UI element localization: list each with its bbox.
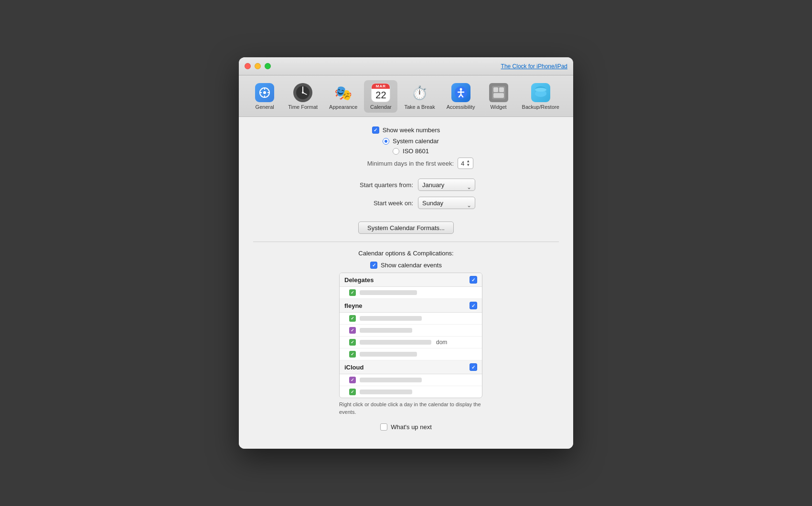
fleyne-4-checkbox[interactable] <box>349 351 356 358</box>
start-week-select-wrapper: Sunday Monday Saturday <box>418 197 475 209</box>
fleyne-3-text <box>360 340 431 345</box>
close-button[interactable] <box>245 63 251 69</box>
system-calendar-radio[interactable] <box>383 138 389 145</box>
fleyne-1-text <box>360 316 422 321</box>
iphone-ipad-link[interactable]: The Clock for iPhone/iPad <box>501 63 567 70</box>
accessibility-label: Accessibility <box>447 104 475 110</box>
system-calendar-label: System calendar <box>393 137 439 145</box>
show-calendar-events-row: Show calendar events <box>370 262 442 269</box>
stepper-down[interactable]: ▼ <box>466 163 470 167</box>
start-week-row: Start week on: Sunday Monday Saturday <box>337 197 475 209</box>
svg-point-1 <box>263 91 266 94</box>
icloud-item-1 <box>340 374 482 386</box>
start-week-label: Start week on: <box>337 200 413 207</box>
minimize-button[interactable] <box>255 63 261 69</box>
fleyne-3-checkbox[interactable] <box>349 339 356 346</box>
widget-icon <box>489 83 508 102</box>
btn-row: System Calendar Formats... <box>253 221 559 234</box>
fleyne-1-checkbox[interactable] <box>349 315 356 322</box>
start-quarters-select[interactable]: January February March <box>418 179 475 191</box>
iso8601-radio[interactable] <box>393 148 399 155</box>
toolbar-item-accessibility[interactable]: Accessibility <box>442 80 480 113</box>
main-window: The Clock for iPhone/iPad General <box>239 57 573 449</box>
delegates-group-header: Delegates <box>340 273 482 287</box>
fleyne-2-checkbox[interactable] <box>349 327 356 334</box>
whats-up-next-label: What's up next <box>391 423 432 431</box>
icloud-1-checkbox[interactable] <box>349 377 356 383</box>
min-days-stepper[interactable]: 4 ▲ ▼ <box>458 158 473 169</box>
icloud-group-checkbox[interactable] <box>470 363 477 371</box>
content-area: Show week numbers System calendar ISO 86… <box>239 117 573 449</box>
takeatbreak-icon: ⏱️ <box>410 83 429 102</box>
fleyne-group-label: fleyne <box>344 302 363 309</box>
titlebar: The Clock for iPhone/iPad <box>239 57 573 75</box>
calendar-label: Calendar <box>370 104 392 110</box>
form-rows: Start quarters from: January February Ma… <box>253 179 559 215</box>
show-week-numbers-label: Show week numbers <box>383 126 440 134</box>
widget-label: Widget <box>490 104 506 110</box>
fleyne-4-text <box>360 352 417 357</box>
whats-up-next-checkbox[interactable] <box>380 423 387 431</box>
icloud-group-label: iCloud <box>344 364 363 371</box>
iso8601-row: ISO 8601 <box>393 148 429 155</box>
section-divider <box>253 242 559 242</box>
min-days-row: Minimum days in the first week: 4 ▲ ▼ <box>367 158 474 169</box>
toolbar-item-widget[interactable]: Widget <box>482 80 515 113</box>
icloud-1-text <box>360 378 422 382</box>
show-calendar-events-label: Show calendar events <box>381 262 442 269</box>
svg-point-25 <box>535 88 546 92</box>
toolbar-item-timeformat[interactable]: Time Format <box>283 80 322 113</box>
svg-rect-18 <box>493 87 498 92</box>
toolbar-item-backup[interactable]: Backup/Restore <box>517 80 564 113</box>
hint-text: Right click or double click a day in the… <box>339 401 482 416</box>
start-week-select[interactable]: Sunday Monday Saturday <box>418 197 475 209</box>
svg-rect-20 <box>493 93 504 98</box>
stepper-arrows: ▲ ▼ <box>466 159 470 167</box>
calendar-icon: MAR 22 <box>371 83 390 102</box>
icloud-2-text <box>360 390 412 394</box>
svg-rect-19 <box>499 87 504 92</box>
icloud-2-checkbox[interactable] <box>349 389 356 395</box>
week-section: Show week numbers System calendar ISO 86… <box>253 126 559 174</box>
fleyne-2-text <box>360 328 412 333</box>
toolbar-item-general[interactable]: General <box>248 80 281 113</box>
delegates-group-checkbox[interactable] <box>470 276 477 284</box>
delegate-1-text <box>360 290 417 295</box>
show-week-numbers-checkbox[interactable] <box>372 126 379 134</box>
start-quarters-label: Start quarters from: <box>337 181 413 189</box>
fleyne-group-header: fleyne <box>340 299 482 313</box>
iso8601-label: ISO 8601 <box>403 148 429 155</box>
toolbar-item-calendar[interactable]: MAR 22 Calendar <box>364 80 397 113</box>
icloud-group-header: iCloud <box>340 360 482 374</box>
icloud-item-2 <box>340 386 482 398</box>
calendar-month: MAR <box>372 84 390 89</box>
maximize-button[interactable] <box>265 63 271 69</box>
calendar-day: 22 <box>375 89 386 102</box>
calendar-list: Delegates fleyne <box>339 273 482 398</box>
delegate-1-checkbox[interactable] <box>349 289 356 296</box>
traffic-lights <box>245 63 271 69</box>
accessibility-icon <box>451 83 470 102</box>
appearance-label: Appearance <box>329 104 357 110</box>
toolbar-item-takeatbreak[interactable]: ⏱️ Take a Break <box>399 80 439 113</box>
whats-up-next-row: What's up next <box>380 423 432 431</box>
fleyne-item-2 <box>340 325 482 337</box>
fleyne-item-4 <box>340 348 482 360</box>
svg-point-10 <box>302 92 304 94</box>
fleyne-3-suffix: dom <box>436 339 447 346</box>
backup-icon <box>531 83 550 102</box>
min-days-value: 4 <box>461 160 464 167</box>
fleyne-item-1 <box>340 313 482 325</box>
start-quarters-select-wrapper: January February March <box>418 179 475 191</box>
fleyne-group-checkbox[interactable] <box>470 302 477 309</box>
fleyne-item-3: dom <box>340 337 482 348</box>
show-calendar-events-checkbox[interactable] <box>370 262 377 269</box>
calendar-options-title: Calendar options & Complications: <box>358 250 453 257</box>
show-week-numbers-row: Show week numbers <box>372 126 440 134</box>
timeformat-icon <box>293 83 312 102</box>
system-calendar-formats-button[interactable]: System Calendar Formats... <box>358 221 454 234</box>
start-quarters-row: Start quarters from: January February Ma… <box>337 179 475 191</box>
takeatbreak-label: Take a Break <box>404 104 435 110</box>
toolbar: General Time Format 🎭 Appearance <box>239 75 573 117</box>
toolbar-item-appearance[interactable]: 🎭 Appearance <box>324 80 362 113</box>
